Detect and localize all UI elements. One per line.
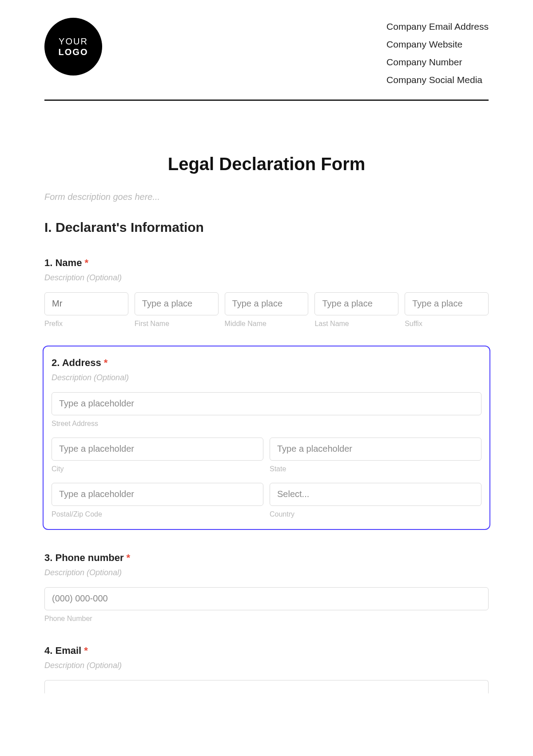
- company-info: Company Email Address Company Website Co…: [386, 18, 489, 89]
- email-desc: Description (Optional): [44, 661, 489, 670]
- postal-sublabel: Postal/Zip Code: [52, 510, 263, 518]
- phone-input[interactable]: [44, 587, 489, 610]
- page-header: YOUR LOGO Company Email Address Company …: [44, 18, 489, 101]
- field-email: 4. Email * Description (Optional): [44, 645, 489, 693]
- logo-line2: LOGO: [59, 47, 88, 57]
- email-label: 4. Email *: [44, 645, 489, 657]
- first-name-sublabel: First Name: [135, 320, 219, 328]
- email-input-partial[interactable]: [44, 680, 489, 693]
- suffix-sublabel: Suffix: [405, 320, 489, 328]
- form-description: Form description goes here...: [44, 192, 489, 202]
- name-label: 1. Name *: [44, 257, 489, 269]
- address-label: 2. Address *: [52, 357, 481, 369]
- prefix-input[interactable]: [44, 292, 128, 315]
- street-input[interactable]: [52, 392, 481, 415]
- field-phone: 3. Phone number * Description (Optional)…: [44, 552, 489, 623]
- field-name: 1. Name * Description (Optional) Prefix …: [44, 257, 489, 328]
- last-name-input[interactable]: [314, 292, 398, 315]
- company-number: Company Number: [386, 53, 489, 71]
- required-mark: *: [127, 552, 131, 563]
- postal-input[interactable]: [52, 483, 263, 506]
- required-mark: *: [84, 645, 88, 656]
- required-mark: *: [104, 357, 108, 368]
- phone-label: 3. Phone number *: [44, 552, 489, 564]
- city-input[interactable]: [52, 438, 263, 461]
- middle-name-input[interactable]: [225, 292, 309, 315]
- first-name-input[interactable]: [135, 292, 219, 315]
- street-sublabel: Street Address: [52, 420, 481, 428]
- form-title: Legal Declaration Form: [44, 154, 489, 174]
- company-email: Company Email Address: [386, 18, 489, 36]
- last-name-sublabel: Last Name: [314, 320, 398, 328]
- section-title: I. Declarant's Information: [44, 220, 489, 235]
- company-social: Company Social Media: [386, 71, 489, 89]
- logo: YOUR LOGO: [44, 18, 102, 76]
- address-desc: Description (Optional): [52, 373, 481, 382]
- name-desc: Description (Optional): [44, 273, 489, 283]
- state-sublabel: State: [270, 465, 481, 473]
- field-address[interactable]: 2. Address * Description (Optional) Stre…: [43, 346, 490, 530]
- country-sublabel: Country: [270, 510, 481, 518]
- country-select[interactable]: [270, 483, 481, 506]
- middle-name-sublabel: Middle Name: [225, 320, 309, 328]
- prefix-sublabel: Prefix: [44, 320, 128, 328]
- city-sublabel: City: [52, 465, 263, 473]
- logo-line1: YOUR: [59, 36, 88, 47]
- state-input[interactable]: [270, 438, 481, 461]
- company-website: Company Website: [386, 36, 489, 53]
- required-mark: *: [85, 257, 89, 268]
- suffix-input[interactable]: [405, 292, 489, 315]
- phone-desc: Description (Optional): [44, 568, 489, 577]
- phone-sublabel: Phone Number: [44, 615, 489, 623]
